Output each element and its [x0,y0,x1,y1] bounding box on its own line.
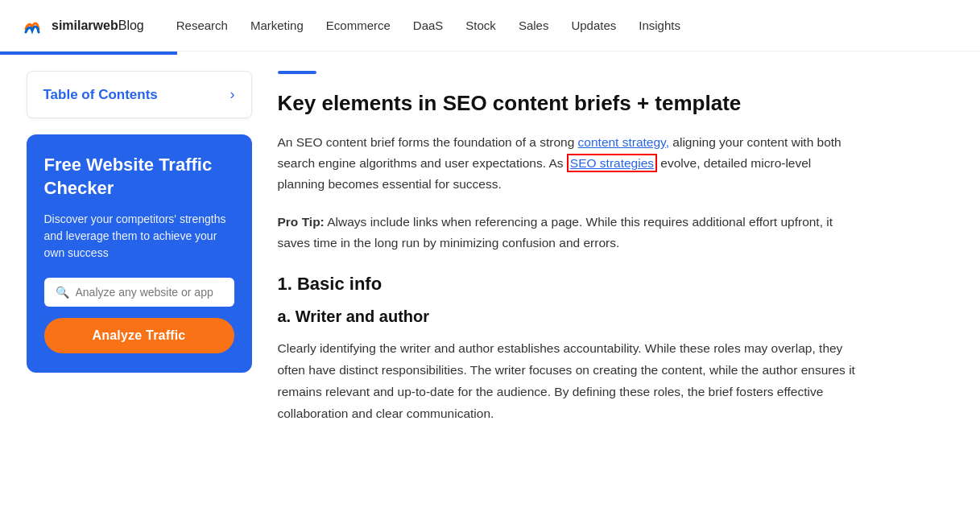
nav-updates[interactable]: Updates [571,19,616,32]
nav-marketing[interactable]: Marketing [250,19,304,32]
pro-tip-paragraph: Pro Tip: Always include links when refer… [278,212,858,254]
nav-ecommerce[interactable]: Ecommerce [326,19,391,32]
sidebar: Table of Contents › Free Website Traffic… [27,71,252,424]
article-intro-paragraph: An SEO content brief forms the foundatio… [278,132,858,196]
search-icon: 🔍 [56,286,69,299]
section-divider [278,71,316,74]
section-1-heading: 1. Basic info [278,274,858,295]
content-strategy-link[interactable]: content strategy, [578,135,669,149]
traffic-checker-widget: Free Website Traffic Checker Discover yo… [27,134,252,373]
site-header: similarwebBlog Research Marketing Ecomme… [0,0,980,52]
logo-icon [19,13,45,39]
nav-daas[interactable]: DaaS [413,19,444,32]
table-of-contents-toggle[interactable]: Table of Contents › [27,71,252,118]
toc-label: Table of Contents [43,87,158,103]
nav-sales[interactable]: Sales [519,19,549,32]
main-layout: Table of Contents › Free Website Traffic… [7,55,974,440]
subsection-1a-heading: a. Writer and author [278,307,858,326]
search-field: 🔍 [44,278,234,307]
nav-insights[interactable]: Insights [639,19,680,32]
widget-title: Free Website Traffic Checker [44,154,234,200]
seo-strategies-link[interactable]: SEO strategies [567,154,657,172]
pro-tip-text: Always include links when referencing a … [278,215,833,250]
intro-text-before: An SEO content brief forms the foundatio… [278,135,578,149]
article-title: Key elements in SEO content briefs + tem… [278,90,858,118]
toc-arrow-icon: › [230,86,235,103]
pro-tip-label: Pro Tip: [278,215,325,229]
article-content: Key elements in SEO content briefs + tem… [278,71,858,424]
main-nav: Research Marketing Ecommerce DaaS Stock … [176,19,680,32]
logo[interactable]: similarwebBlog [19,13,144,39]
nav-research[interactable]: Research [176,19,228,32]
nav-stock[interactable]: Stock [465,19,496,32]
subsection-1a-paragraph: Clearly identifying the writer and autho… [278,337,858,425]
logo-text: similarwebBlog [52,19,144,33]
search-input[interactable] [76,286,223,299]
analyze-traffic-button[interactable]: Analyze Traffic [44,318,234,353]
widget-description: Discover your competitors' strengths and… [44,211,234,262]
